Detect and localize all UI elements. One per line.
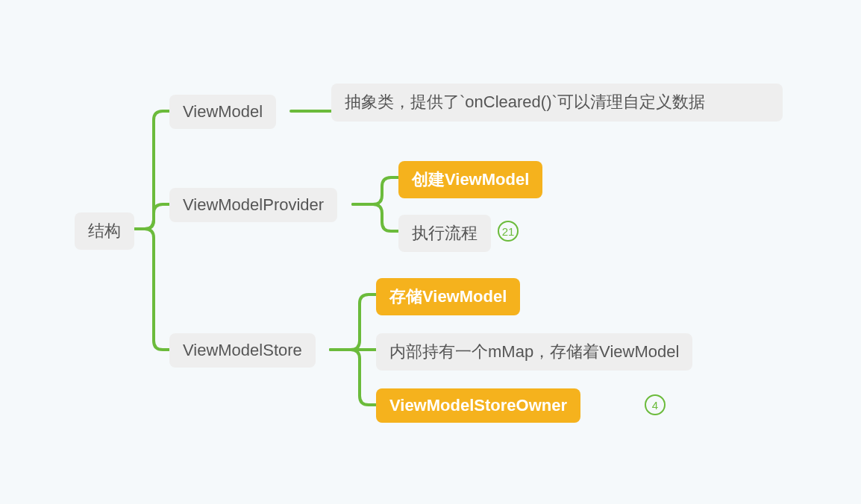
badge-exec-flow: 21 <box>498 221 519 242</box>
badge-storeowner: 4 <box>645 394 666 415</box>
badge-value: 21 <box>502 225 515 238</box>
root-label: 结构 <box>88 220 121 242</box>
leaf-viewmodelstoreowner[interactable]: ViewModelStoreOwner <box>376 388 580 423</box>
leaf-exec-flow[interactable]: 执行流程 <box>398 215 491 252</box>
branch-label: ViewModel <box>183 102 263 122</box>
leaf-label: 抽象类，提供了`onCleared()`可以清理自定义数据 <box>345 91 705 114</box>
leaf-store-viewmodel[interactable]: 存储ViewModel <box>376 278 520 315</box>
leaf-label: 内部持有一个mMap，存储着ViewModel <box>389 341 679 363</box>
leaf-label: ViewModelStoreOwner <box>389 396 567 415</box>
branch-label: ViewModelStore <box>183 341 302 360</box>
connector-lines <box>0 0 861 504</box>
branch-label: ViewModelProvider <box>183 195 324 215</box>
branch-viewmodel[interactable]: ViewModel <box>169 95 276 129</box>
branch-viewmodelstore[interactable]: ViewModelStore <box>169 333 316 368</box>
leaf-label: 执行流程 <box>412 222 478 245</box>
badge-value: 4 <box>652 399 658 412</box>
root-node[interactable]: 结构 <box>75 212 134 250</box>
leaf-label: 创建ViewModel <box>412 168 529 191</box>
leaf-mmap-desc[interactable]: 内部持有一个mMap，存储着ViewModel <box>376 333 692 371</box>
leaf-label: 存储ViewModel <box>389 286 507 308</box>
branch-viewmodelprovider[interactable]: ViewModelProvider <box>169 188 337 222</box>
leaf-viewmodel-desc[interactable]: 抽象类，提供了`onCleared()`可以清理自定义数据 <box>331 84 783 122</box>
leaf-create-viewmodel[interactable]: 创建ViewModel <box>398 161 542 198</box>
